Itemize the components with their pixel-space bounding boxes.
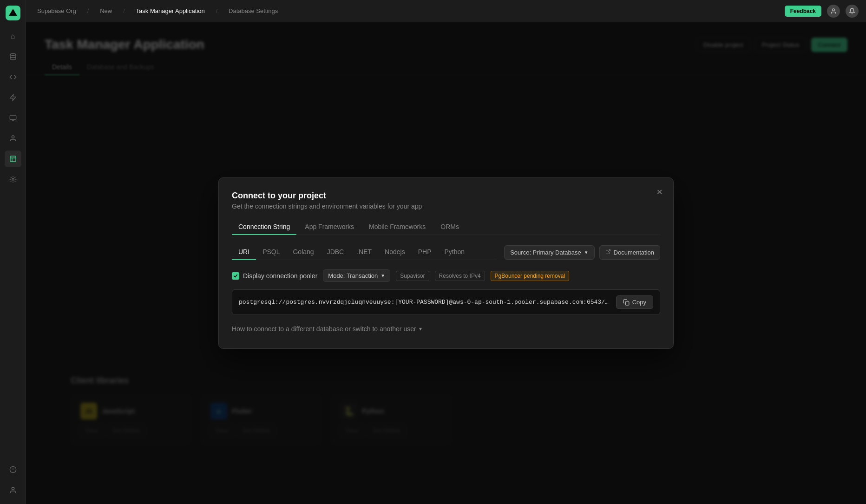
sidebar-item-docs[interactable] <box>5 461 21 478</box>
sidebar-item-auth[interactable] <box>5 130 21 147</box>
sidebar: ⌂ <box>0 0 26 504</box>
sidebar-item-database[interactable] <box>5 48 21 65</box>
documentation-button[interactable]: Documentation <box>599 245 660 260</box>
conn-sub-tabs-row: URI PSQL Golang JDBC .NET Nodejs PHP Pyt… <box>232 244 660 260</box>
copy-button[interactable]: Copy <box>616 295 653 309</box>
breadcrumb-sep-1: / <box>87 8 89 14</box>
connection-pooler-checkbox[interactable]: Display connection pooler <box>232 272 317 280</box>
svg-rect-5 <box>10 156 16 162</box>
tab-connection-string[interactable]: Connection String <box>232 219 296 235</box>
chevron-down-icon: ▾ <box>419 326 422 332</box>
conn-sub-tabs-left: URI PSQL Golang JDBC .NET Nodejs PHP Pyt… <box>232 244 497 260</box>
sub-tab-psql[interactable]: PSQL <box>256 244 286 260</box>
connect-modal: ✕ Connect to your project Get the connec… <box>218 177 674 349</box>
mode-label: Mode: Transaction <box>328 272 378 279</box>
modal-close-button[interactable]: ✕ <box>653 185 666 198</box>
tab-mobile-frameworks[interactable]: Mobile Frameworks <box>362 219 432 235</box>
svg-point-10 <box>12 487 14 490</box>
breadcrumb-sep-3: / <box>216 8 217 14</box>
options-row: Display connection pooler Mode: Transact… <box>232 269 660 282</box>
checkbox-icon <box>232 272 239 280</box>
supavisor-tag: Supavisor <box>396 271 429 281</box>
source-dropdown[interactable]: Source: Primary Database ▼ <box>504 245 594 260</box>
sidebar-logo[interactable] <box>6 6 20 20</box>
checkbox-label: Display connection pooler <box>243 272 317 280</box>
feedback-button[interactable]: Feedback <box>785 6 821 17</box>
sidebar-item-realtime[interactable] <box>5 151 21 167</box>
svg-point-11 <box>833 8 835 11</box>
doc-btn-label: Documentation <box>614 249 654 256</box>
svg-rect-1 <box>10 115 16 119</box>
sidebar-item-functions[interactable] <box>5 89 21 106</box>
breadcrumb-project[interactable]: Task Manager Application <box>132 6 209 16</box>
user-avatar[interactable] <box>827 5 840 18</box>
sidebar-item-editor[interactable] <box>5 69 21 85</box>
sub-tab-php[interactable]: PHP <box>412 244 438 260</box>
sidebar-item-home[interactable]: ⌂ <box>5 28 21 45</box>
svg-rect-13 <box>625 301 629 305</box>
modal-subtitle: Get the connection strings and environme… <box>232 203 660 210</box>
copy-btn-label: Copy <box>632 299 646 306</box>
sub-tab-golang[interactable]: Golang <box>286 244 320 260</box>
notifications-icon[interactable] <box>846 5 859 18</box>
chevron-down-icon: ▼ <box>381 273 385 278</box>
modal-title: Connect to your project <box>232 191 660 201</box>
conn-sub-tabs-right: Source: Primary Database ▼ Documentation <box>504 245 660 260</box>
sub-tab-python[interactable]: Python <box>438 244 471 260</box>
breadcrumb-settings[interactable]: Database Settings <box>225 6 282 16</box>
accordion-text: How to connect to a different database o… <box>232 325 416 333</box>
sub-tab-nodejs[interactable]: Nodejs <box>378 244 412 260</box>
sidebar-item-settings[interactable] <box>5 171 21 188</box>
breadcrumb-new[interactable]: New <box>96 6 116 16</box>
ipv4-tag: Resolves to IPv4 <box>435 271 485 281</box>
chevron-down-icon: ▼ <box>584 250 589 255</box>
connection-string-value: postgresql://postgres.nvvrzdqjcluqnveuuy… <box>239 299 611 306</box>
main-content: Task Manager Application Disable project… <box>26 22 866 504</box>
modal-overlay: ✕ Connect to your project Get the connec… <box>26 22 866 504</box>
sub-tab-dotnet[interactable]: .NET <box>350 244 378 260</box>
mode-dropdown[interactable]: Mode: Transaction ▼ <box>323 269 390 282</box>
sidebar-item-storage[interactable] <box>5 110 21 126</box>
sub-tab-jdbc[interactable]: JDBC <box>321 244 351 260</box>
modal-tabs: Connection String App Frameworks Mobile … <box>232 219 660 235</box>
tab-app-frameworks[interactable]: App Frameworks <box>298 219 361 235</box>
svg-point-0 <box>10 53 16 55</box>
source-btn-label: Source: Primary Database <box>510 249 581 256</box>
breadcrumb-sep-2: / <box>123 8 125 14</box>
breadcrumb-org[interactable]: Supabase Org <box>33 6 80 16</box>
pgbouncer-tag: PgBouncer pending removal <box>491 271 569 281</box>
sub-tab-uri[interactable]: URI <box>232 244 256 260</box>
sidebar-item-account[interactable] <box>5 482 21 498</box>
external-link-icon <box>605 249 611 256</box>
accordion-how-to-connect[interactable]: How to connect to a different database o… <box>232 322 660 335</box>
topnav: Supabase Org / New / Task Manager Applic… <box>26 0 866 22</box>
svg-point-4 <box>12 136 14 138</box>
topnav-right: Feedback <box>785 5 859 18</box>
svg-line-12 <box>608 249 610 252</box>
svg-point-6 <box>12 178 14 180</box>
tab-orms[interactable]: ORMs <box>434 219 466 235</box>
connection-string-row: postgresql://postgres.nvvrzdqjcluqnveuuy… <box>232 289 660 315</box>
